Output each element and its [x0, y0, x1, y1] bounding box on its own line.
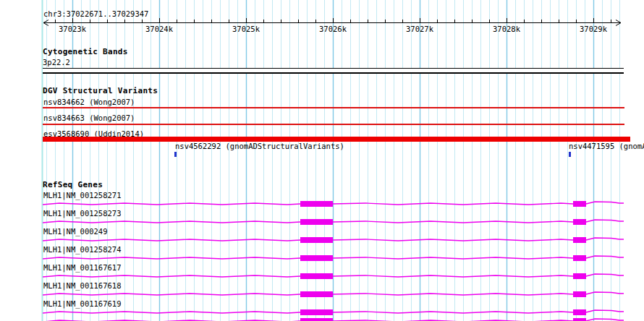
ruler-tick-label: 37029k [570, 25, 617, 33]
ruler-tick-label: 37024k [136, 25, 182, 33]
gene-label[interactable]: MLH1|NM_001258273 [43, 209, 121, 218]
variant-label[interactable]: nsv4471595 (gnomADStructuralVariants) [569, 142, 644, 150]
exon-box [573, 309, 586, 315]
grid-lines [47, 0, 620, 321]
ruler-tick-label: 37026k [310, 25, 356, 33]
gene-label[interactable]: MLH1|NM_001167619 [43, 299, 121, 308]
region-coordinates-label: chr3:37022671..37029347 [43, 9, 148, 18]
variant-bar[interactable] [43, 124, 624, 125]
variant-bar[interactable] [43, 107, 624, 108]
gene-label[interactable]: MLH1|NM_001258274 [43, 245, 121, 254]
exon-box [300, 273, 333, 279]
exon-box [300, 219, 333, 225]
variant-bar[interactable] [43, 137, 630, 142]
exon-box [573, 291, 586, 297]
section-title-refseq-genes: RefSeq Genes [43, 181, 103, 189]
ruler-tick-label: 37023k [49, 25, 96, 33]
variant-label[interactable]: nsv834662 (Wong2007) [43, 98, 135, 106]
variant-tick[interactable] [569, 152, 571, 157]
variant-label[interactable]: nsv834663 (Wong2007) [43, 114, 135, 122]
ruler-tick-label: 37027k [397, 25, 443, 33]
ruler-tick-label: 37025k [223, 25, 269, 33]
gene-label[interactable]: MLH1|NM_001167617 [43, 263, 121, 272]
gene-label[interactable]: MLH1|NM_001167618 [43, 281, 121, 290]
section-title-dgv-structural-variants: DGV Structural Variants [43, 87, 158, 95]
exon-box [573, 237, 586, 243]
exon-box [300, 291, 333, 297]
section-title-cytogenetic-bands: Cytogenetic Bands [43, 48, 128, 56]
exon-box [573, 273, 586, 279]
gene-label[interactable]: MLH1|NM_000249 [43, 227, 108, 236]
exon-box [300, 237, 333, 243]
cytoband-label[interactable]: 3p22.2 [43, 58, 70, 67]
variant-tick[interactable] [174, 152, 177, 157]
exon-box [300, 309, 333, 315]
variant-label[interactable]: nsv4562292 (gnomADStructuralVariants) [175, 142, 344, 150]
exon-box [573, 201, 586, 207]
exon-box [300, 255, 333, 261]
exon-box [573, 219, 586, 225]
genome-browser-view: chr3:37022671..37029347 Cytogenetic Band… [0, 0, 644, 321]
exon-box [300, 318, 333, 321]
exon-box [573, 255, 586, 261]
exon-box [573, 318, 586, 321]
gene-label[interactable]: MLH1|NM_001258271 [43, 191, 121, 200]
exon-box [300, 201, 333, 207]
ruler-tick-label: 37028k [483, 25, 530, 33]
